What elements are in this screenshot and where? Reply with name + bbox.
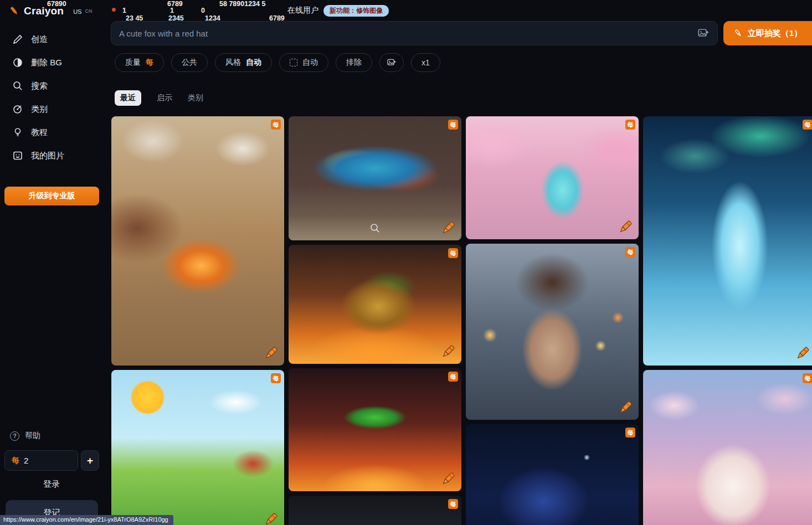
image-blacksmith-workshop[interactable]: 每: [111, 116, 284, 366]
quality-label: 质量: [125, 58, 141, 68]
sidebar-item-categories[interactable]: 类别: [0, 97, 103, 121]
image-fluffy-cat-sky[interactable]: 每: [643, 370, 812, 525]
sidebar-item-label: 创造: [31, 34, 48, 45]
public-label: 公共: [182, 58, 197, 68]
tab-recent[interactable]: 最近: [115, 90, 141, 106]
filter-chips: 质量 每 公共 风格 自动 自动 排除 x1: [115, 53, 440, 72]
edit-crayon-icon[interactable]: [263, 345, 279, 362]
credit-badge: 每: [625, 428, 635, 437]
edit-crayon-icon[interactable]: [617, 399, 634, 416]
image-graffiti-wall[interactable]: 每: [289, 116, 461, 240]
notification-dot: [112, 8, 116, 12]
credit-badge: 每: [271, 120, 281, 130]
search-icon: [12, 80, 23, 91]
edit-crayon-icon[interactable]: [617, 219, 634, 235]
credit-badge: 每: [803, 120, 812, 130]
lottery-label: 立即抽奖（1）: [748, 28, 802, 39]
credit-coin-icon: 每: [12, 456, 19, 466]
target-icon: [12, 104, 23, 115]
public-filter-chip[interactable]: 公共: [171, 53, 208, 72]
credit-badge: 每: [625, 247, 635, 257]
quality-filter-chip[interactable]: 质量 每: [115, 53, 164, 72]
sidebar-item-label: 搜索: [31, 81, 48, 91]
sidebar-item-my-images[interactable]: 我的图片: [0, 144, 103, 167]
sidebar-item-remove-bg[interactable]: 删除 BG: [0, 51, 103, 74]
crayon-logo-icon: [9, 6, 20, 17]
online-users-label: 在线用户: [287, 6, 318, 16]
image-anime-girl-sakura[interactable]: 每: [466, 116, 639, 239]
sidebar-item-create[interactable]: 创造: [0, 28, 103, 51]
style-value: 自动: [246, 58, 261, 68]
credit-badge: 每: [625, 120, 635, 130]
image-ice-queen[interactable]: 每: [643, 116, 812, 366]
image-winged-lion-sunset[interactable]: 每: [289, 245, 461, 364]
sidebar-item-label: 教程: [31, 127, 48, 138]
zoom-search-icon[interactable]: [369, 223, 381, 234]
stat-number: 58 78901234 5: [219, 0, 265, 8]
image-smiley-icon: [12, 150, 23, 161]
gallery-tabs: 最近 启示 类别: [115, 90, 203, 106]
lang-cn[interactable]: CN: [85, 8, 92, 14]
language-switcher[interactable]: US CN: [73, 7, 92, 15]
sidebar-item-search[interactable]: 搜索: [0, 74, 103, 97]
edit-crayon-icon[interactable]: [263, 511, 279, 525]
image-grid: 每每每每每每每每每每每: [111, 116, 812, 525]
help-link[interactable]: ? 帮助: [10, 431, 40, 441]
sidebar-item-label: 我的图片: [31, 151, 64, 161]
lang-us[interactable]: US: [73, 8, 81, 15]
upgrade-pro-button[interactable]: 升级到专业版: [4, 187, 99, 205]
scale-chip[interactable]: x1: [411, 53, 440, 72]
sidebar-menu: 创造 删除 BG 搜索 类别 教程: [0, 28, 103, 167]
sidebar-item-label: 类别: [31, 104, 48, 115]
credits-plus-button[interactable]: +: [81, 450, 99, 471]
credits-input[interactable]: 每 2: [4, 450, 78, 471]
credit-badge: 每: [448, 372, 458, 382]
credit-coin-icon: 每: [146, 58, 153, 68]
image-upload-icon[interactable]: [697, 27, 710, 39]
contrast-icon: [12, 57, 23, 68]
stat-number: 1: [170, 7, 174, 14]
image-blue-mythic-beast[interactable]: 每: [466, 424, 639, 525]
upgrade-pro-label: 升级到专业版: [29, 191, 75, 201]
credit-badge: 每: [448, 248, 458, 258]
style-filter-chip[interactable]: 风格 自动: [215, 53, 272, 72]
style-label: 风格: [225, 58, 241, 68]
aspect-label: 自动: [302, 58, 318, 68]
grid-column: 每每每: [466, 116, 639, 525]
login-label: 登录: [43, 479, 60, 488]
image-cartoon-farm[interactable]: 每: [111, 370, 284, 525]
image-chameleon-sunset[interactable]: 每: [289, 368, 461, 491]
image-dark-clouds[interactable]: 每: [289, 496, 461, 525]
credit-badge: 每: [803, 373, 812, 383]
edit-crayon-icon[interactable]: [440, 343, 456, 360]
stat-number: 1: [122, 7, 126, 14]
sidebar-item-tutorials[interactable]: 教程: [0, 121, 103, 144]
crayon-icon: [733, 28, 743, 38]
scale-label: x1: [422, 58, 430, 67]
aspect-ratio-chip[interactable]: 自动: [279, 53, 328, 72]
exclude-filter-chip[interactable]: 排除: [336, 53, 372, 72]
lightbulb-icon: [12, 127, 23, 138]
credits-stepper: 每 2 +: [4, 450, 99, 471]
edit-crayon-icon[interactable]: [794, 345, 811, 362]
prompt-input[interactable]: [119, 29, 697, 38]
tab-inspiration[interactable]: 启示: [157, 93, 172, 103]
edit-crayon-icon[interactable]: [440, 471, 456, 487]
stat-number: 0: [201, 7, 205, 14]
help-label: 帮助: [25, 431, 40, 441]
plus-icon: +: [87, 455, 93, 467]
login-link[interactable]: 登录: [0, 479, 103, 490]
credits-value: 2: [24, 456, 28, 465]
tab-categories[interactable]: 类别: [188, 93, 203, 103]
image-girl-portrait-city[interactable]: 每: [466, 244, 639, 420]
credit-badge: 每: [448, 499, 458, 509]
image-plus-icon: [387, 58, 397, 68]
credit-badge: 每: [448, 120, 458, 130]
new-feature-badge[interactable]: 新功能：修饰图像: [323, 5, 389, 17]
edit-crayon-icon[interactable]: [440, 220, 456, 236]
link-preview-statusbar: https://www.craiyon.com/en/image/21i-yx8…: [0, 515, 173, 525]
lottery-button[interactable]: 立即抽奖（1）: [723, 21, 812, 45]
grid-column: 每每: [643, 116, 812, 525]
image-reference-chip[interactable]: [379, 53, 404, 72]
pencil-icon: [12, 34, 23, 45]
